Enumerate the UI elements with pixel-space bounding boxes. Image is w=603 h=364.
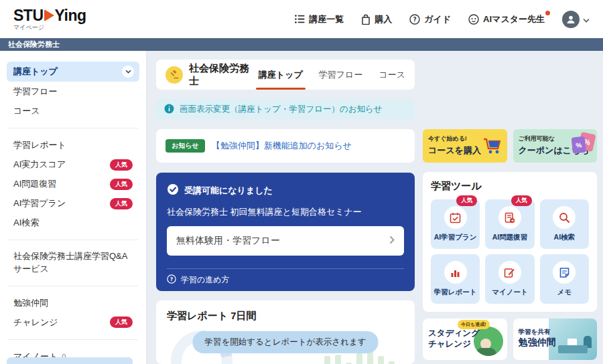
- purchase-course-banner[interactable]: 今すぐ始める! コースを購入: [423, 129, 507, 163]
- sidebar-divider: [8, 240, 138, 240]
- sidebar-partial-item: [7, 357, 133, 364]
- study-buddy-big: 勉強仲間: [519, 336, 556, 348]
- tool-learning-report[interactable]: 学習レポート: [431, 254, 480, 304]
- sidebar-item-ai-score[interactable]: AI実力スコア 人気: [7, 155, 139, 174]
- sidebar-item-learning-report[interactable]: 学習レポート: [7, 136, 139, 155]
- studying-logo[interactable]: STU Ying マイページ: [13, 8, 86, 31]
- sidebar-item-ai-plan[interactable]: AI学習プラン 人気: [7, 194, 139, 213]
- tab-course-top[interactable]: 講座トップ: [259, 60, 303, 90]
- question-circle-icon: ?: [167, 274, 176, 286]
- notice-link[interactable]: 【勉強仲間】新機能追加のお知らせ: [212, 140, 352, 152]
- memo-icon: [553, 261, 576, 284]
- cart-icon: [481, 135, 504, 158]
- tool-my-note[interactable]: マイノート: [485, 254, 534, 304]
- promo-banner-row: 今すぐ始める! コースを購入 ご利用可能な クーポンはこちら % %: [423, 129, 597, 163]
- sidebar-divider: [8, 339, 138, 340]
- ai-master-icon: [468, 14, 479, 25]
- sidebar-item-label: 学習フロー: [13, 86, 58, 98]
- popular-badge: 人気: [511, 195, 532, 206]
- svg-text:?: ?: [170, 276, 174, 282]
- tool-ai-plan[interactable]: 人気 AI学習プラン: [431, 199, 480, 249]
- how-to-study-link[interactable]: ? 学習の進め方: [167, 268, 404, 291]
- learning-tools-title: 学習ツール: [431, 180, 589, 193]
- notice-badge: お知らせ: [165, 139, 205, 153]
- breadcrumb-title: 社会保険労務士: [8, 39, 60, 50]
- learning-report-card: 学習レポート 7日間 8時間25分: [156, 300, 415, 364]
- promo-status-text: 受講可能になりました: [184, 185, 273, 197]
- info-icon: [164, 104, 174, 116]
- study-buddy-small: 学習を共有: [519, 328, 556, 336]
- logo-text-ying: Ying: [55, 8, 86, 23]
- sidebar-item-learning-flow[interactable]: 学習フロー: [7, 82, 139, 101]
- sidebar-item-course[interactable]: コース: [7, 102, 139, 120]
- play-icon: [44, 9, 54, 21]
- sidebar-item-study-buddy[interactable]: 勉強仲間: [7, 294, 139, 312]
- study-buddy-banner[interactable]: 学習を共有 勉強仲間: [513, 318, 598, 360]
- popular-badge: 人気: [110, 198, 133, 209]
- chevron-down-icon: [583, 13, 590, 25]
- sidebar-item-challenge[interactable]: チャレンジ 人気: [7, 313, 139, 332]
- info-banner[interactable]: 画面表示変更（講座トップ・学習フロー）のお知らせ: [156, 99, 415, 120]
- notification-dot: [545, 11, 550, 15]
- content-area: 講座トップ 学習フロー コース 学習レポート AI実力スコア 人気 AI問題復習: [0, 51, 603, 364]
- bag-icon: [361, 14, 371, 25]
- report-title: 学習レポート 7日間: [167, 310, 404, 323]
- account-menu[interactable]: [562, 11, 590, 28]
- nav-guide[interactable]: ? ガイド: [409, 13, 451, 25]
- chevron-down-icon[interactable]: [122, 66, 134, 78]
- challenge-line1: スタディング: [428, 328, 480, 339]
- sidebar-item-label: 講座トップ: [13, 66, 58, 78]
- check-badge-icon: [167, 183, 179, 197]
- chevron-right-icon: [389, 235, 395, 247]
- challenge-line2: チャレンジ: [428, 339, 480, 349]
- sidebar-item-label: チャレンジ: [13, 316, 58, 329]
- studying-mypage: STU Ying マイページ 講座一覧 購入 ?: [0, 0, 603, 364]
- sidebar-divider: [8, 286, 138, 286]
- tool-ai-search[interactable]: AI検索: [540, 199, 589, 249]
- promo-course-name: 社会保険労務士 初回無料講座と短期合格セミナー: [167, 206, 404, 218]
- tool-label: メモ: [557, 288, 572, 297]
- tool-label: AI問題復習: [492, 233, 528, 242]
- svg-text:?: ?: [413, 16, 417, 23]
- spacer: [423, 60, 597, 129]
- sidebar-item-label: AI問題復習: [13, 178, 56, 190]
- sidebar-divider: [8, 128, 138, 128]
- tool-ai-review[interactable]: 人気 AI問題復習: [485, 199, 534, 249]
- sidebar-item-label: コース: [13, 105, 40, 117]
- nav-course-list[interactable]: 講座一覧: [295, 13, 344, 25]
- notice-card: お知らせ 【勉強仲間】新機能追加のお知らせ: [156, 129, 415, 163]
- sidebar-item-course-top[interactable]: 講座トップ: [7, 62, 139, 82]
- bar-chart-icon: [444, 261, 467, 284]
- sidebar-item-label: AI検索: [13, 217, 39, 229]
- sidebar-item-label: 勉強仲間: [13, 297, 48, 309]
- coupon-banner[interactable]: ご利用可能な クーポンはこちら % %: [513, 129, 598, 163]
- course-title: 社会保険労務士: [189, 62, 259, 88]
- sidebar-item-qa-service[interactable]: 社会保険労務士講座学習Q&Aサービス: [7, 248, 139, 278]
- sidebar-item-ai-search[interactable]: AI検索: [7, 213, 139, 232]
- percent-tags-icon: % %: [578, 132, 596, 152]
- info-banner-text: 画面表示変更（講座トップ・学習フロー）のお知らせ: [180, 104, 383, 115]
- document-refresh-icon: [498, 206, 521, 229]
- tab-learning-flow[interactable]: 学習フロー: [319, 60, 363, 90]
- breadcrumb: 社会保険労務士: [0, 38, 603, 51]
- tools-grid: 人気 AI学習プラン 人気 AI問題復習: [431, 199, 589, 304]
- challenge-banner[interactable]: スタディング チャレンジ 今日も達成!: [423, 318, 507, 360]
- nav-ai-master[interactable]: AIマスター先生: [468, 13, 545, 25]
- popular-badge: 人気: [110, 316, 133, 328]
- nav-course-list-label: 講座一覧: [309, 13, 344, 25]
- nav-purchase[interactable]: 購入: [361, 13, 392, 25]
- top-header: STU Ying マイページ 講座一覧 購入 ?: [0, 0, 603, 38]
- course-header-card: 社会保険労務士 講座トップ 学習フロー コース: [156, 60, 415, 90]
- avatar-icon: [562, 11, 580, 28]
- sidebar-item-ai-review[interactable]: AI問題復習 人気: [7, 175, 139, 193]
- tool-label: AI学習プラン: [434, 233, 477, 242]
- list-icon: [295, 15, 305, 23]
- calendar-icon: [444, 206, 467, 229]
- tool-memo[interactable]: メモ: [540, 254, 589, 304]
- main-column: 社会保険労務士 講座トップ 学習フロー コース 画面表示変更（講座トップ・学習フ…: [156, 60, 415, 364]
- nav-ai-master-label: AIマスター先生: [483, 13, 545, 25]
- sidebar: 講座トップ 学習フロー コース 学習レポート AI実力スコア 人気 AI問題復習: [0, 51, 147, 364]
- tab-course[interactable]: コース: [379, 60, 405, 90]
- free-trial-flow-button[interactable]: 無料体験用・学習フロー: [167, 226, 404, 256]
- logo-subtitle: マイページ: [13, 25, 86, 31]
